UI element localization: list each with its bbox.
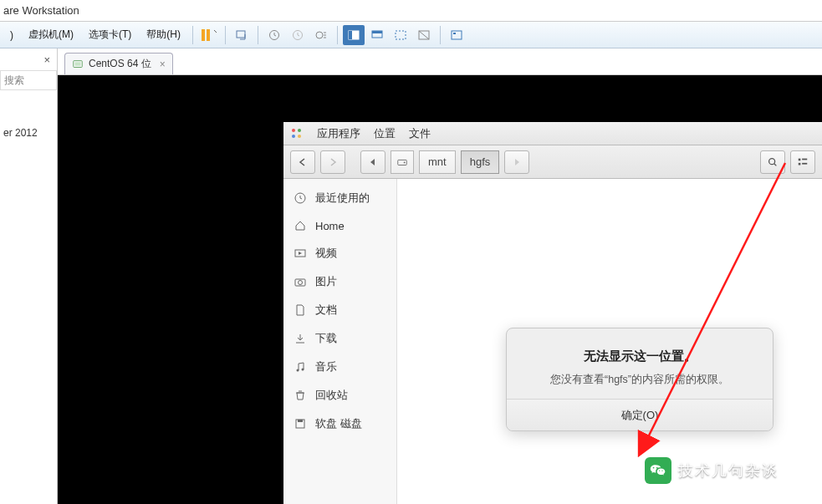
panel-left-icon bbox=[347, 28, 360, 42]
thumbnail-icon bbox=[450, 28, 463, 42]
path-forward-button[interactable] bbox=[504, 150, 529, 174]
places-sidebar: 最近使用的 Home 视频 图片 文档 下载 音乐 回收站 软盘 磁盘 bbox=[283, 179, 397, 504]
music-icon bbox=[294, 360, 307, 374]
sidebar-label: 下载 bbox=[315, 331, 337, 346]
nav-forward-button[interactable] bbox=[320, 150, 345, 174]
download-icon bbox=[294, 332, 307, 345]
sidebar-item-documents[interactable]: 文档 bbox=[283, 296, 396, 324]
sidebar-item-videos[interactable]: 视频 bbox=[283, 239, 396, 267]
separator bbox=[258, 26, 258, 44]
panel-close-button[interactable]: × bbox=[43, 53, 50, 66]
library-item[interactable]: er 2012 bbox=[0, 125, 41, 140]
pause-button[interactable] bbox=[198, 25, 220, 45]
sidebar-item-music[interactable]: 音乐 bbox=[283, 353, 396, 381]
chevron-right-icon bbox=[328, 157, 338, 167]
svg-rect-8 bbox=[396, 31, 406, 39]
video-icon bbox=[294, 247, 307, 260]
file-manager-window: mnt hgfs 最近使用的 Home 视频 图片 文档 bbox=[283, 145, 822, 504]
sidebar-label: 文档 bbox=[315, 303, 337, 318]
svg-point-31 bbox=[297, 369, 299, 372]
menu-tabs[interactable]: 选项卡(T) bbox=[82, 24, 138, 45]
nav-back-button[interactable] bbox=[290, 150, 315, 174]
clock-back-icon bbox=[291, 28, 304, 42]
svg-line-22 bbox=[774, 163, 777, 165]
menu-files[interactable]: 文件 bbox=[409, 126, 431, 141]
menu-view[interactable]: ) bbox=[3, 26, 20, 44]
svg-point-20 bbox=[404, 161, 406, 163]
library-panel: × 搜索 er 2012 bbox=[0, 48, 58, 504]
svg-point-15 bbox=[292, 129, 295, 132]
separator bbox=[192, 26, 193, 44]
vm-screen[interactable]: 应用程序 位置 文件 mnt hgfs bbox=[58, 75, 822, 504]
tab-close-button[interactable]: × bbox=[160, 59, 166, 70]
sidebar-item-home[interactable]: Home bbox=[283, 212, 396, 239]
window-title-bar: are Workstation bbox=[0, 0, 822, 22]
library-search-input[interactable]: 搜索 bbox=[0, 70, 57, 90]
svg-rect-25 bbox=[799, 162, 801, 165]
search-icon bbox=[767, 156, 779, 168]
camera-icon bbox=[294, 275, 307, 288]
view-thumbnail-button[interactable] bbox=[446, 25, 467, 45]
menu-vm[interactable]: 虚拟机(M) bbox=[22, 24, 80, 45]
watermark-text: 技术几句杂谈 bbox=[678, 461, 779, 481]
sidebar-item-downloads[interactable]: 下载 bbox=[283, 324, 396, 353]
view-stretch-button[interactable] bbox=[390, 25, 411, 45]
svg-point-3 bbox=[316, 32, 323, 38]
stretch-icon bbox=[394, 28, 407, 42]
sidebar-item-trash[interactable]: 回收站 bbox=[283, 381, 396, 410]
sidebar-item-floppy[interactable]: 软盘 磁盘 bbox=[283, 410, 396, 438]
path-back-button[interactable] bbox=[360, 150, 385, 174]
separator bbox=[440, 26, 441, 44]
path-root-button[interactable] bbox=[391, 150, 414, 174]
menu-help[interactable]: 帮助(H) bbox=[140, 24, 187, 45]
list-icon bbox=[797, 156, 809, 168]
window-title: are Workstation bbox=[3, 4, 79, 17]
send-icon bbox=[235, 28, 248, 42]
menu-applications[interactable]: 应用程序 bbox=[317, 126, 360, 141]
svg-rect-26 bbox=[802, 162, 807, 164]
snapshot-revert-button[interactable] bbox=[287, 25, 309, 45]
activities-icon bbox=[290, 127, 304, 140]
view-options-button[interactable] bbox=[790, 150, 815, 174]
file-toolbar: mnt hgfs bbox=[283, 145, 822, 179]
clock-icon bbox=[294, 191, 307, 205]
svg-point-32 bbox=[302, 369, 304, 371]
sidebar-item-pictures[interactable]: 图片 bbox=[283, 267, 396, 296]
path-segment-hgfs[interactable]: hgfs bbox=[461, 150, 500, 174]
chevron-left-icon bbox=[298, 157, 308, 167]
sidebar-label: Home bbox=[315, 220, 345, 232]
view-unity-button[interactable] bbox=[413, 25, 435, 45]
ok-label: 确定(O) bbox=[621, 409, 659, 421]
separator bbox=[225, 26, 226, 44]
svg-rect-5 bbox=[349, 31, 352, 39]
document-icon bbox=[294, 303, 307, 317]
error-dialog: 无法显示这一位置。 您没有查看“hgfs”的内容所需的权限。 确定(O) bbox=[506, 328, 773, 431]
pause-icon bbox=[202, 29, 210, 41]
vm-tab[interactable]: CentOS 64 位 × bbox=[64, 53, 173, 74]
dialog-ok-button[interactable]: 确定(O) bbox=[608, 405, 672, 426]
sidebar-item-recent[interactable]: 最近使用的 bbox=[283, 184, 396, 212]
menu-places[interactable]: 位置 bbox=[374, 126, 396, 141]
unity-icon bbox=[417, 28, 431, 42]
svg-rect-34 bbox=[298, 420, 303, 422]
path-segment-mnt[interactable]: mnt bbox=[419, 150, 456, 174]
svg-point-16 bbox=[298, 129, 301, 132]
view-console-button[interactable] bbox=[366, 25, 388, 45]
send-button[interactable] bbox=[231, 25, 253, 45]
triangle-left-icon bbox=[369, 158, 377, 166]
svg-rect-0 bbox=[237, 31, 245, 38]
search-button[interactable] bbox=[760, 150, 785, 174]
view-fullscreen-button[interactable] bbox=[343, 25, 365, 45]
separator bbox=[337, 26, 338, 44]
tab-label: CentOS 64 位 bbox=[89, 57, 151, 71]
gnome-top-bar: 应用程序 位置 文件 bbox=[283, 122, 822, 145]
dialog-title: 无法显示这一位置。 bbox=[523, 349, 756, 364]
svg-rect-24 bbox=[802, 158, 807, 160]
file-content-area: 无法显示这一位置。 您没有查看“hgfs”的内容所需的权限。 确定(O) bbox=[397, 179, 822, 504]
home-icon bbox=[294, 219, 307, 232]
dialog-message: 您没有查看“hgfs”的内容所需的权限。 bbox=[523, 373, 756, 387]
sidebar-label: 视频 bbox=[315, 246, 337, 261]
wechat-icon bbox=[645, 457, 671, 484]
snapshot-button[interactable] bbox=[263, 25, 285, 45]
snapshot-manager-button[interactable] bbox=[310, 25, 332, 45]
